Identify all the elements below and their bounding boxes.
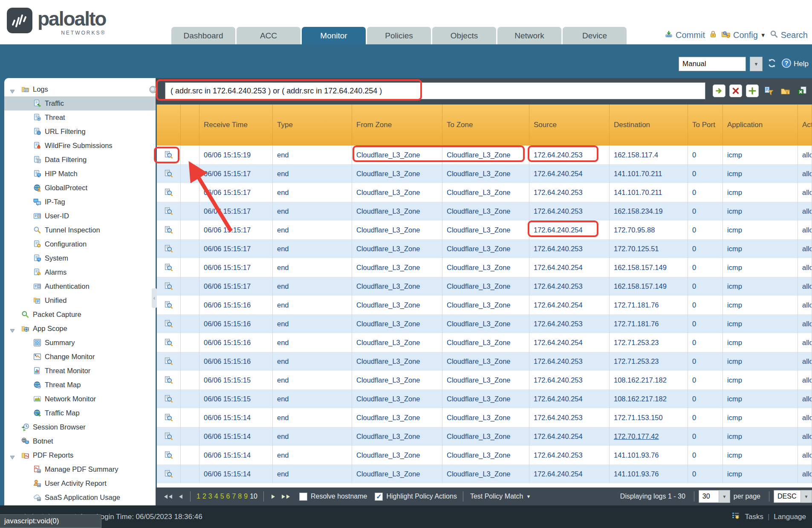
search-button[interactable]: Search <box>770 30 808 41</box>
log-row[interactable]: 06/06 15:15:17endCloudflare_L3_ZoneCloud… <box>157 239 812 258</box>
log-detail-cell[interactable] <box>157 145 181 164</box>
sidebar-item-network-monitor[interactable]: Network Monitor <box>4 392 156 406</box>
log-detail-icon[interactable] <box>165 226 173 234</box>
sidebar-item-traffic[interactable]: Traffic <box>4 96 156 110</box>
sidebar-item-packet-capture[interactable]: Packet Capture <box>4 308 156 322</box>
config-menu-button[interactable]: Config ▼ <box>721 29 766 41</box>
log-detail-cell[interactable] <box>157 258 181 277</box>
log-detail-icon[interactable] <box>165 357 173 366</box>
column-header-destination[interactable]: Destination <box>610 104 688 145</box>
highlight-policy-actions-checkbox[interactable]: ✓ <box>375 493 383 501</box>
log-detail-icon[interactable] <box>165 320 173 328</box>
tree-expander-icon[interactable] <box>10 453 15 461</box>
log-detail-icon[interactable] <box>165 414 173 422</box>
log-detail-cell[interactable] <box>157 446 181 464</box>
log-filter-input[interactable] <box>165 82 705 99</box>
column-header-application[interactable]: Application <box>723 104 798 145</box>
sidebar-item-app-scope[interactable]: App Scope <box>4 322 156 336</box>
log-detail-icon[interactable] <box>165 189 173 197</box>
log-detail-cell[interactable] <box>157 277 181 296</box>
log-detail-cell[interactable] <box>157 314 181 333</box>
column-header-source[interactable]: Source <box>529 104 610 145</box>
apply-filter-icon[interactable] <box>713 84 725 97</box>
sidebar-item-configuration[interactable]: Configuration <box>4 237 156 251</box>
log-row[interactable]: 06/06 15:15:17endCloudflare_L3_ZoneCloud… <box>157 164 812 183</box>
add-filter-icon[interactable] <box>746 84 759 97</box>
sidebar-item-pdf-reports[interactable]: PDF Reports <box>4 448 156 462</box>
cell-value-destination[interactable]: 172.70.177.42 <box>614 432 659 440</box>
log-row[interactable]: 06/06 15:15:17endCloudflare_L3_ZoneCloud… <box>157 258 812 277</box>
log-row[interactable]: 06/06 15:15:16endCloudflare_L3_ZoneCloud… <box>157 314 812 333</box>
column-header-blank-0[interactable] <box>157 104 181 145</box>
log-detail-icon[interactable] <box>165 151 173 159</box>
column-header-from-zone[interactable]: From Zone <box>352 104 442 145</box>
sidebar-item-botnet[interactable]: Botnet <box>4 434 156 448</box>
log-detail-cell[interactable] <box>157 333 181 352</box>
log-detail-cell[interactable] <box>157 408 181 427</box>
log-detail-cell[interactable] <box>157 220 181 239</box>
resolve-hostname-checkbox[interactable] <box>299 493 307 501</box>
log-detail-icon[interactable] <box>165 470 173 478</box>
tab-monitor[interactable]: Monitor <box>302 27 366 44</box>
sidebar-item-system[interactable]: System <box>4 251 156 265</box>
log-detail-cell[interactable] <box>157 164 181 183</box>
sidebar-item-session-browser[interactable]: Session Browser <box>4 420 156 434</box>
refresh-mode-dropdown-button[interactable]: ▼ <box>750 57 763 71</box>
log-row[interactable]: 06/06 15:15:17endCloudflare_L3_ZoneCloud… <box>157 183 812 202</box>
log-row[interactable]: 06/06 15:15:17endCloudflare_L3_ZoneCloud… <box>157 277 812 296</box>
log-detail-cell[interactable] <box>157 427 181 446</box>
lock-icon[interactable] <box>709 30 717 41</box>
log-row[interactable]: 06/06 15:15:15endCloudflare_L3_ZoneCloud… <box>157 371 812 389</box>
page-link-7[interactable]: 7 <box>232 493 236 500</box>
log-row[interactable]: 06/06 15:15:17endCloudflare_L3_ZoneCloud… <box>157 202 812 220</box>
log-detail-icon[interactable] <box>165 170 173 178</box>
sidebar-item-authentication[interactable]: Authentication <box>4 279 156 293</box>
log-row[interactable]: 06/06 15:15:19endCloudflare_L3_ZoneCloud… <box>157 145 812 164</box>
log-detail-cell[interactable] <box>157 371 181 389</box>
page-link-5[interactable]: 5 <box>220 493 224 500</box>
log-detail-icon[interactable] <box>165 301 173 309</box>
log-detail-cell[interactable] <box>157 296 181 314</box>
sidebar-item-change-monitor[interactable]: Change Monitor <box>4 350 156 364</box>
log-detail-icon[interactable] <box>165 207 173 215</box>
help-button[interactable]: ? Help <box>781 58 809 70</box>
tree-expander-icon[interactable] <box>10 87 15 96</box>
log-detail-icon[interactable] <box>165 245 173 253</box>
sidebar-item-threat-monitor[interactable]: Threat Monitor <box>4 364 156 378</box>
tab-policies[interactable]: Policies <box>367 27 431 44</box>
sidebar-item-data-filtering[interactable]: Data Filtering <box>4 153 156 167</box>
sidebar-item-wildfire-submissions[interactable]: WildFire Submissions <box>4 139 156 153</box>
log-detail-icon[interactable] <box>165 339 173 347</box>
refresh-mode-select[interactable]: Manual <box>679 57 746 71</box>
language-button[interactable]: Language <box>774 513 806 521</box>
clear-filter-icon[interactable] <box>729 84 742 97</box>
next-page-button[interactable] <box>271 494 275 499</box>
sort-order-select[interactable]: DESC <box>774 490 801 503</box>
last-page-button[interactable] <box>281 494 290 499</box>
commit-button[interactable]: Commit <box>665 30 705 41</box>
log-row[interactable]: 06/06 15:15:16endCloudflare_L3_ZoneCloud… <box>157 296 812 314</box>
per-page-dropdown-button[interactable]: ▼ <box>719 490 730 503</box>
tasks-button[interactable]: Tasks <box>745 513 763 521</box>
tab-dashboard[interactable]: Dashboard <box>171 27 235 44</box>
log-detail-cell[interactable] <box>157 202 181 220</box>
tab-acc[interactable]: ACC <box>237 27 301 44</box>
column-header-to-zone[interactable]: To Zone <box>442 104 529 145</box>
first-page-button[interactable] <box>164 494 173 499</box>
tree-expander-icon[interactable] <box>10 327 15 335</box>
log-row[interactable]: 06/06 15:15:16endCloudflare_L3_ZoneCloud… <box>157 352 812 371</box>
log-detail-cell[interactable] <box>157 389 181 408</box>
tab-device[interactable]: Device <box>563 27 627 44</box>
log-detail-icon[interactable] <box>165 264 173 272</box>
per-page-select[interactable]: 30 <box>699 490 719 503</box>
refresh-icon[interactable] <box>767 58 777 70</box>
column-header-type[interactable]: Type <box>273 104 352 145</box>
sidebar-item-tunnel-inspection[interactable]: Tunnel Inspection <box>4 223 156 237</box>
page-link-9[interactable]: 9 <box>244 493 248 500</box>
sidebar-item-ip-tag[interactable]: IP-Tag <box>4 195 156 209</box>
log-row[interactable]: 06/06 15:15:14endCloudflare_L3_ZoneCloud… <box>157 408 812 427</box>
log-row[interactable]: 06/06 15:15:17endCloudflare_L3_ZoneCloud… <box>157 220 812 239</box>
page-link-2[interactable]: 2 <box>202 493 206 500</box>
sidebar-item-threat-map[interactable]: Threat Map <box>4 378 156 392</box>
log-row[interactable]: 06/06 15:15:16endCloudflare_L3_ZoneCloud… <box>157 333 812 352</box>
